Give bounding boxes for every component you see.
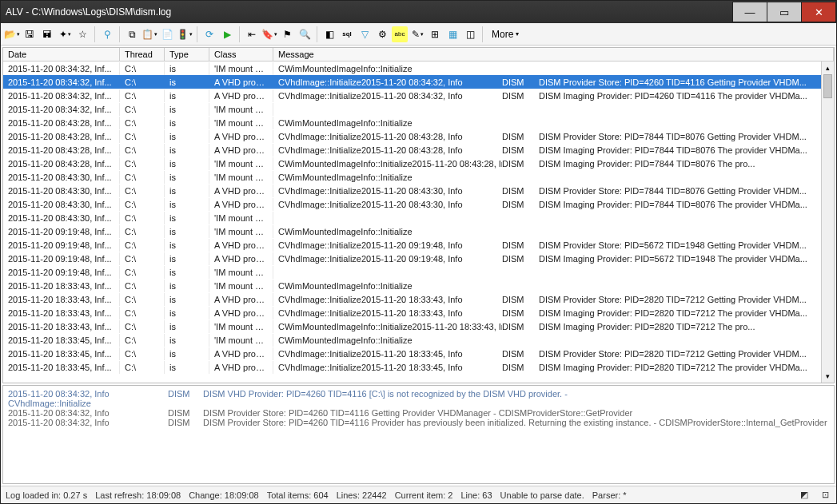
cell-class: 'IM mount point.	[209, 117, 273, 129]
clipboard-icon[interactable]: 📋	[141, 26, 157, 42]
col-type[interactable]: Type	[165, 48, 209, 61]
col-message[interactable]: Message	[273, 48, 834, 61]
gear-icon[interactable]: ⚙	[374, 26, 390, 42]
more-menu[interactable]: More	[487, 29, 524, 40]
cell-message	[273, 108, 834, 111]
status-tool2-icon[interactable]: ⊡	[819, 489, 831, 502]
maximize-button[interactable]: ▭	[767, 2, 802, 22]
play-icon[interactable]: ▶	[219, 26, 235, 42]
cell-thread: C:\	[120, 157, 165, 170]
status-tool1-icon[interactable]: ◩	[798, 489, 811, 502]
scroll-up-icon[interactable]: ▴	[822, 62, 834, 74]
cell-class: 'IM mount point.	[209, 266, 273, 279]
vertical-scrollbar[interactable]: ▴ ▾	[821, 62, 834, 383]
detail-line: 2015-11-20 08:34:32, InfoDISMDISM VHD Pr…	[8, 389, 829, 399]
minimize-button[interactable]: —	[732, 2, 767, 22]
close-button[interactable]: ✕	[801, 2, 836, 22]
cell-class: A VHD provider.	[209, 130, 273, 143]
star-icon[interactable]: ☆	[74, 26, 90, 42]
highlight-icon[interactable]: abc	[392, 26, 408, 42]
table-row[interactable]: 2015-11-20 08:43:28, Inf...C:\isA VHD pr…	[3, 129, 834, 143]
grid-header: Date Thread Type Class Message	[3, 48, 834, 62]
table-row[interactable]: 2015-11-20 18:33:45, Inf...C:\isA VHD pr…	[3, 360, 834, 374]
cell-thread: C:\	[120, 198, 165, 211]
log-grid: Date Thread Type Class Message 2015-11-2…	[2, 47, 835, 383]
cell-message: CWimMountedImageInfo::Initialize	[273, 171, 834, 184]
open-icon[interactable]: 📂	[4, 26, 20, 42]
cell-thread: C:\	[120, 76, 165, 89]
refresh-icon[interactable]: ⟳	[201, 26, 217, 42]
cell-message: CWimMountedImageInfo::Initialize2015-11-…	[273, 320, 834, 333]
cell-type: is	[165, 171, 209, 184]
cell-class: 'IM mount point.	[209, 334, 273, 347]
bookmark-icon[interactable]: 🔖	[261, 26, 277, 42]
goto-icon[interactable]: ⇤	[244, 26, 260, 42]
status-refresh: Last refresh: 18:09:08	[95, 490, 181, 500]
grid-body[interactable]: 2015-11-20 08:34:32, Inf...C:\is'IM moun…	[3, 62, 834, 383]
cell-date: 2015-11-20 09:19:48, Inf...	[3, 266, 120, 279]
table-row[interactable]: 2015-11-20 08:34:32, Inf...C:\isA VHD pr…	[3, 75, 834, 89]
cell-class: A VHD provider.	[209, 144, 273, 157]
table-row[interactable]: 2015-11-20 09:19:48, Inf...C:\is'IM moun…	[3, 224, 834, 238]
cell-class: 'IM mount point.	[209, 225, 273, 238]
table-row[interactable]: 2015-11-20 18:33:45, Inf...C:\is'IM moun…	[3, 333, 834, 347]
paste-icon[interactable]: 📄	[159, 26, 175, 42]
table-row[interactable]: 2015-11-20 08:43:28, Inf...C:\is'IM moun…	[3, 116, 834, 129]
scroll-down-icon[interactable]: ▾	[822, 370, 834, 383]
traffic-icon[interactable]: 🚦	[177, 26, 193, 42]
scroll-thumb[interactable]	[823, 74, 832, 98]
cell-type: is	[165, 361, 209, 374]
table-row[interactable]: 2015-11-20 18:33:43, Inf...C:\is'IM moun…	[3, 279, 834, 292]
table-row[interactable]: 2015-11-20 18:33:43, Inf...C:\isA VHD pr…	[3, 292, 834, 306]
titlebar[interactable]: ALV - C:\Windows\Logs\DISM\dism.log — ▭ …	[1, 1, 836, 23]
cell-date: 2015-11-20 18:33:43, Inf...	[3, 280, 120, 292]
cell-message: CVhdImage::Initialize2015-11-20 18:33:45…	[273, 347, 834, 360]
table-row[interactable]: 2015-11-20 08:34:32, Inf...C:\is'IM moun…	[3, 102, 834, 116]
cell-message: CVhdImage::Initialize2015-11-20 09:19:48…	[273, 239, 834, 252]
table-row[interactable]: 2015-11-20 08:43:30, Inf...C:\is'IM moun…	[3, 170, 834, 184]
cell-message: CVhdImage::Initialize2015-11-20 09:19:48…	[273, 252, 834, 265]
table-row[interactable]: 2015-11-20 08:34:32, Inf...C:\isA VHD pr…	[3, 89, 834, 102]
table-row[interactable]: 2015-11-20 08:34:32, Inf...C:\is'IM moun…	[3, 62, 834, 75]
cell-type: is	[165, 130, 209, 143]
filter-icon[interactable]: ▽	[357, 26, 373, 42]
col-class[interactable]: Class	[209, 48, 273, 61]
table-row[interactable]: 2015-11-20 09:19:48, Inf...C:\isA VHD pr…	[3, 252, 834, 265]
table-row[interactable]: 2015-11-20 08:43:28, Inf...C:\isA VHD pr…	[3, 143, 834, 157]
table-row[interactable]: 2015-11-20 08:43:30, Inf...C:\isA VHD pr…	[3, 184, 834, 197]
table-row[interactable]: 2015-11-20 18:33:45, Inf...C:\isA VHD pr…	[3, 347, 834, 360]
columns-icon[interactable]: ⊞	[427, 26, 443, 42]
col-thread[interactable]: Thread	[120, 48, 165, 61]
table-row[interactable]: 2015-11-20 18:33:43, Inf...C:\is'IM moun…	[3, 319, 834, 333]
flag-icon[interactable]: ⚑	[279, 26, 295, 42]
puzzle-icon[interactable]: ✦	[57, 26, 73, 42]
table-row[interactable]: 2015-11-20 18:33:43, Inf...C:\isA VHD pr…	[3, 306, 834, 319]
table-row[interactable]: 2015-11-20 08:43:28, Inf...C:\is'IM moun…	[3, 157, 834, 170]
cell-message	[273, 271, 834, 274]
table-row[interactable]: 2015-11-20 09:19:48, Inf...C:\isA VHD pr…	[3, 238, 834, 252]
table-row[interactable]: 2015-11-20 08:43:30, Inf...C:\is'IM moun…	[3, 211, 834, 224]
cell-class: 'IM mount point.	[209, 212, 273, 224]
table-row[interactable]: 2015-11-20 08:43:30, Inf...C:\isA VHD pr…	[3, 197, 834, 211]
col-date[interactable]: Date	[3, 48, 120, 61]
save-icon[interactable]: 🖫	[22, 26, 38, 42]
layout1-icon[interactable]: ▦	[444, 26, 460, 42]
find-icon[interactable]: 🔍	[297, 26, 313, 42]
cell-class: A VHD provider.	[209, 198, 273, 211]
copy-icon[interactable]: ⧉	[124, 26, 140, 42]
cell-thread: C:\	[120, 280, 165, 292]
cell-date: 2015-11-20 08:43:30, Inf...	[3, 171, 120, 184]
cell-date: 2015-11-20 08:43:30, Inf...	[3, 212, 120, 224]
cell-class: A VHD provider.	[209, 307, 273, 319]
cell-date: 2015-11-20 08:43:28, Inf...	[3, 130, 120, 143]
table-row[interactable]: 2015-11-20 09:19:48, Inf...C:\is'IM moun…	[3, 265, 834, 279]
save2-icon[interactable]: 🖬	[39, 26, 55, 42]
cell-message: CWimMountedImageInfo::Initialize	[273, 334, 834, 347]
erase-icon[interactable]: ◧	[321, 26, 337, 42]
style-icon[interactable]: ✎	[409, 26, 425, 42]
cell-class: 'IM mount point.	[209, 103, 273, 116]
wand-icon[interactable]: ⚲	[99, 26, 115, 42]
sql-icon[interactable]: sql	[339, 26, 355, 42]
layout2-icon[interactable]: ◫	[462, 26, 478, 42]
cell-type: is	[165, 76, 209, 89]
